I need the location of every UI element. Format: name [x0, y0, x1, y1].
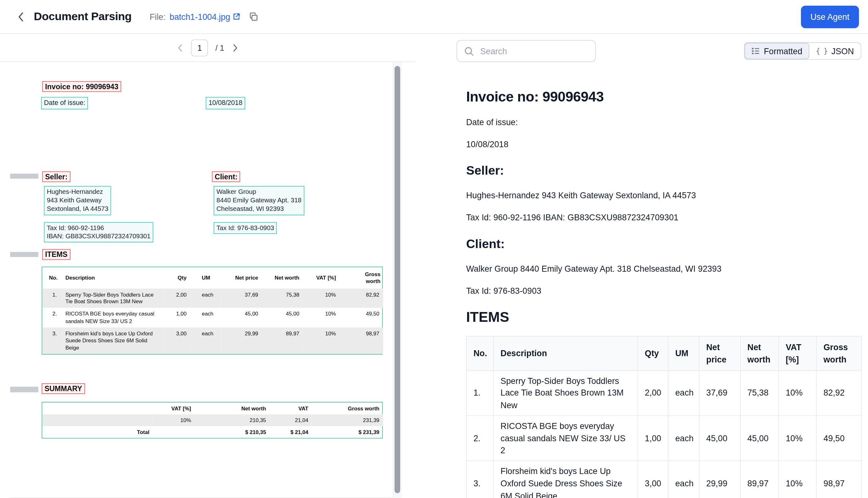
cell: Florsheim kid's boys Lace Up Oxford Sued…	[63, 327, 164, 354]
annotation-summary-label: SUMMARY	[42, 383, 85, 394]
cell: 82,92	[816, 370, 862, 416]
cell: 49,50	[339, 308, 383, 327]
scrollbar-thumb[interactable]	[395, 66, 400, 493]
cell: 37,69	[220, 288, 261, 308]
cell: 49,50	[816, 416, 862, 461]
annotation-invoice-no: Invoice no: 99096943	[42, 81, 121, 92]
doc-summary-table: VAT [%] Net worth VAT Gross worth 10% 21…	[42, 402, 383, 438]
copy-button[interactable]	[249, 12, 259, 21]
search-input[interactable]	[479, 46, 590, 56]
header-cell: Description	[494, 336, 638, 370]
client-address-line: 8440 Emily Gateway Apt. 318	[216, 196, 302, 205]
cell: 1,00	[164, 308, 189, 327]
cell: Sperry Top-Sider Boys Toddlers Lace Tie …	[63, 288, 164, 308]
header-cell: VAT	[270, 403, 312, 415]
result-items-table: No. Description Qty UM Net price Net wor…	[466, 336, 862, 498]
annotation-items-label: ITEMS	[42, 249, 70, 260]
back-button[interactable]	[14, 10, 28, 24]
file-link[interactable]: batch1-1004.jpg	[170, 12, 240, 22]
cell: RICOSTA BGE boys everyday casual sandals…	[63, 308, 164, 327]
table-header-row: No. Description Qty UM Net price Net wor…	[466, 336, 862, 370]
previous-page-button[interactable]	[176, 42, 184, 53]
result-date-value: 10/08/2018	[466, 139, 862, 149]
table-row: Total $ 210,35 $ 21,04 $ 231,39	[42, 426, 383, 438]
result-client-text: Walker Group 8440 Emily Gateway Apt. 318…	[466, 264, 862, 273]
logo-placeholder-bar	[10, 174, 38, 179]
cell: 10%	[153, 414, 195, 426]
tab-formatted[interactable]: Formatted	[745, 43, 810, 59]
main-area: 1 / 1 Invoice no: 99096943 Date of issue…	[0, 34, 868, 498]
tab-json[interactable]: { } JSON	[809, 43, 861, 59]
page-total: / 1	[215, 43, 224, 52]
header-cell: Gross worth	[312, 403, 383, 415]
result-seller-text: Hughes-Hernandez 943 Keith Gateway Sexto…	[466, 191, 862, 200]
cell: each	[189, 288, 220, 308]
cell	[153, 426, 195, 438]
cell: 231,39	[312, 414, 383, 426]
tab-formatted-label: Formatted	[764, 46, 802, 56]
cell: 10%	[779, 416, 817, 461]
header-cell: Net worth	[740, 336, 779, 370]
cell: 3.	[42, 327, 62, 354]
result-items-heading: ITEMS	[466, 309, 862, 325]
logo-placeholder-bar	[10, 387, 38, 392]
external-link-icon	[233, 13, 240, 20]
search-box	[457, 40, 596, 62]
table-row: 10% 210,35 21,04 231,39	[42, 414, 383, 426]
table-row: 3. Florsheim kid's boys Lace Up Oxford S…	[42, 327, 383, 354]
json-icon: { }	[816, 47, 828, 55]
annotation-seller-label: Seller:	[42, 171, 70, 182]
cell: 45,00	[699, 416, 740, 461]
cell: 29,99	[699, 461, 740, 498]
result-pane: Formatted { } JSON Invoice no: 99096943 …	[416, 34, 868, 498]
cell: 10%	[779, 461, 817, 498]
cell: 45,00	[740, 416, 779, 461]
page-title: Document Parsing	[34, 10, 131, 23]
view-toggle: Formatted { } JSON	[744, 42, 862, 60]
seller-address-line: Sextonland, IA 44573	[47, 205, 108, 213]
page-navigation: 1 / 1	[0, 34, 416, 62]
cell: Florsheim kid's boys Lace Up Oxford Sued…	[494, 461, 638, 498]
use-agent-button[interactable]: Use Agent	[801, 5, 859, 28]
table-header-row: No. Description Qty UM Net price Net wor…	[42, 267, 383, 289]
formatted-icon	[751, 47, 760, 55]
cell: 75,38	[740, 370, 779, 416]
header-cell: UM	[189, 267, 220, 289]
annotation-date-label: Date of issue:	[41, 97, 88, 109]
cell: 3,00	[164, 327, 189, 354]
header-cell: Net price	[220, 267, 261, 289]
cell: 37,69	[699, 370, 740, 416]
cell: 45,00	[220, 308, 261, 327]
annotation-seller-tax: Tax Id: 960-92-1196 IBAN: GB83CSXU988723…	[44, 222, 153, 243]
cell: $ 231,39	[312, 426, 383, 438]
result-seller-tax: Tax Id: 960-92-1196 IBAN: GB83CSXU988723…	[466, 212, 862, 222]
doc-items-table: No. Description Qty UM Net price Net wor…	[42, 267, 383, 355]
page-number-box[interactable]: 1	[191, 39, 208, 56]
cell: 2,00	[637, 370, 668, 416]
table-row: 3. Florsheim kid's boys Lace Up Oxford S…	[466, 461, 862, 498]
chevron-left-icon	[178, 44, 183, 52]
seller-address-line: Hughes-Hernandez	[47, 188, 108, 196]
table-row: 2. RICOSTA BGE boys everyday casual sand…	[466, 416, 862, 461]
scrollbar-track[interactable]	[393, 62, 402, 498]
cell: each	[189, 327, 220, 354]
search-icon	[464, 46, 474, 56]
cell: 10%	[302, 327, 339, 354]
chevron-left-icon	[17, 12, 24, 22]
cell: 2.	[42, 308, 62, 327]
parsed-content: Invoice no: 99096943 Date of issue: 10/0…	[466, 89, 862, 498]
cell: 21,04	[270, 414, 312, 426]
next-page-button[interactable]	[232, 42, 239, 53]
cell: RICOSTA BGE boys everyday casual sandals…	[494, 416, 638, 461]
client-address-line: Walker Group	[216, 188, 302, 196]
cell: 1.	[466, 370, 494, 416]
cell: each	[668, 416, 699, 461]
cell: 10%	[302, 288, 339, 308]
seller-tax-line: IBAN: GB83CSXU98872324709301	[47, 232, 150, 241]
header-cell: Gross worth	[816, 336, 862, 370]
client-address-line: Chelseastad, WI 92393	[216, 205, 302, 213]
cell: 2,00	[164, 288, 189, 308]
header-cell: Gross worth	[339, 267, 383, 289]
table-row: 2. RICOSTA BGE boys everyday casual sand…	[42, 308, 383, 327]
cell: Total	[42, 426, 153, 438]
